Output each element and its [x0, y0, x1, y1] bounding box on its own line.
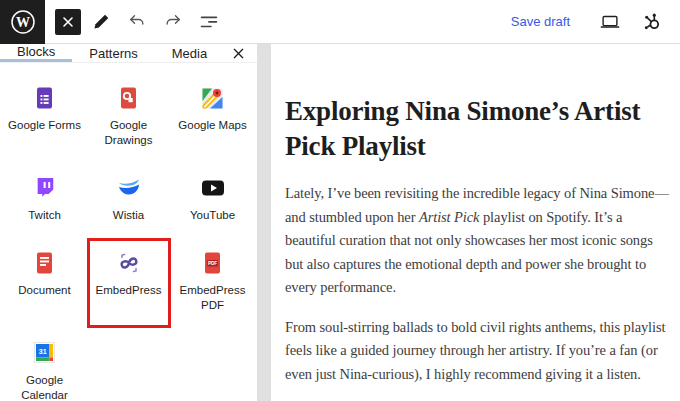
topbar-right: Save draft: [511, 6, 680, 38]
block-item-wistia[interactable]: Wistia: [87, 163, 171, 238]
embedpress-pdf-icon: PDF: [201, 251, 225, 275]
block-inserter-toggle[interactable]: [55, 9, 81, 35]
google-forms-icon: [33, 86, 57, 110]
close-inserter-button[interactable]: [224, 44, 253, 62]
close-icon: [61, 15, 75, 29]
block-item-embedpress[interactable]: EmbedPress: [87, 238, 171, 328]
block-item-label: EmbedPress: [96, 283, 162, 298]
wordpress-logo-letter: W: [16, 14, 30, 29]
inserter-tabs: Blocks Patterns Media: [0, 44, 257, 63]
block-item-label: Google Calendar: [8, 373, 82, 401]
block-item-label: Google Drawings: [92, 118, 166, 148]
list-view-button[interactable]: [193, 6, 225, 38]
block-item-embedpress-pdf[interactable]: PDF EmbedPress PDF: [171, 238, 255, 328]
block-item-youtube[interactable]: YouTube: [171, 163, 255, 238]
calendar-day-label: 31: [39, 347, 47, 356]
post-paragraph-1[interactable]: Lately, I’ve been revisiting the incredi…: [285, 182, 670, 300]
preview-button[interactable]: [594, 6, 626, 38]
editor-gutter: [258, 44, 271, 401]
wordpress-editor: W: [0, 0, 680, 401]
pencil-icon: [91, 12, 111, 32]
embedpress-icon: [117, 251, 141, 275]
twitch-icon: [33, 176, 57, 200]
paragraph-1-italic: Artist Pick: [419, 209, 480, 225]
hubspot-button[interactable]: [636, 6, 668, 38]
close-icon: [232, 47, 245, 60]
wordpress-logo-icon: W: [10, 9, 36, 35]
editor-body: Blocks Patterns Media: [0, 44, 680, 401]
tab-blocks[interactable]: Blocks: [0, 44, 72, 62]
wistia-icon: [117, 176, 141, 200]
block-item-label: Wistia: [113, 208, 144, 223]
pdf-badge-label: PDF: [208, 261, 217, 266]
editor-topbar: W: [0, 0, 680, 44]
block-item-label: Twitch: [28, 208, 61, 223]
block-item-label: Google Forms: [8, 118, 81, 133]
laptop-icon: [599, 11, 621, 33]
google-maps-icon: [201, 86, 225, 110]
block-item-twitch[interactable]: Twitch: [3, 163, 87, 238]
block-item-google-drawings[interactable]: Google Drawings: [87, 73, 171, 163]
google-calendar-icon: 31: [33, 341, 57, 365]
block-item-google-calendar[interactable]: 31 Google Calendar: [3, 328, 87, 401]
block-grid: Google Forms Google Drawings: [0, 63, 257, 401]
undo-button[interactable]: [121, 6, 153, 38]
hubspot-sprocket-icon: [641, 11, 663, 33]
list-view-icon: [198, 11, 220, 33]
post-canvas[interactable]: Exploring Nina Simone’s Artist Pick Play…: [271, 44, 680, 401]
wordpress-logo[interactable]: W: [0, 0, 45, 44]
block-item-label: Document: [18, 283, 70, 298]
block-item-label: YouTube: [190, 208, 235, 223]
document-icon: [33, 251, 57, 275]
block-item-label: Google Maps: [178, 118, 246, 133]
save-draft-button[interactable]: Save draft: [511, 14, 570, 29]
block-item-document[interactable]: Document: [3, 238, 87, 328]
post-paragraph-2[interactable]: From soul-stirring ballads to bold civil…: [285, 316, 670, 387]
google-drawings-icon: [117, 86, 141, 110]
edit-mode-button[interactable]: [85, 6, 117, 38]
block-inserter-panel: Blocks Patterns Media: [0, 44, 258, 401]
undo-icon: [127, 12, 147, 32]
block-item-google-forms[interactable]: Google Forms: [3, 73, 87, 163]
post-title[interactable]: Exploring Nina Simone’s Artist Pick Play…: [285, 94, 670, 164]
tab-media[interactable]: Media: [155, 44, 224, 62]
block-item-label: EmbedPress PDF: [176, 283, 250, 313]
youtube-icon: [201, 176, 225, 200]
redo-button[interactable]: [157, 6, 189, 38]
tab-patterns[interactable]: Patterns: [72, 44, 154, 62]
redo-icon: [163, 12, 183, 32]
block-item-google-maps[interactable]: Google Maps: [171, 73, 255, 163]
